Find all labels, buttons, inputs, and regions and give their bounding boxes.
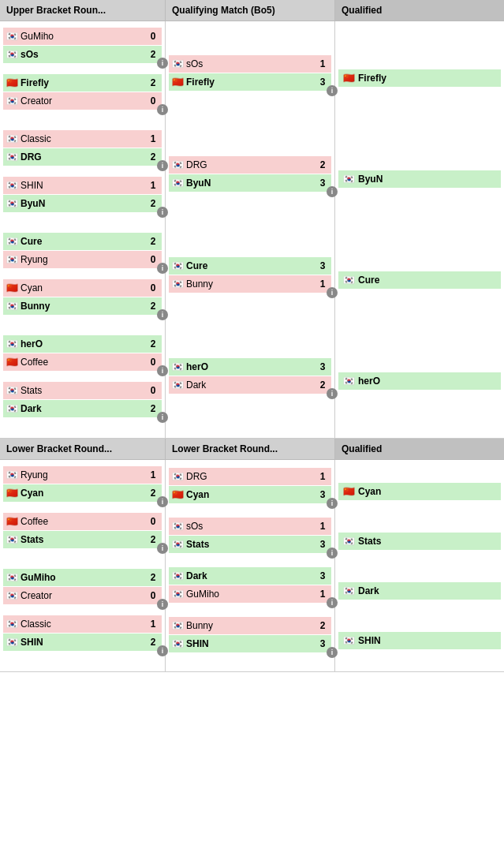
info-icon[interactable]: i — [157, 645, 168, 656]
player-score: 1 — [317, 589, 328, 600]
info-icon[interactable]: i — [157, 309, 168, 320]
player-name: Cyan — [21, 488, 145, 499]
info-icon[interactable]: i — [157, 160, 168, 171]
match-pair: 🇰🇷sOs1🇰🇷Stats3i — [169, 518, 331, 553]
info-icon[interactable]: i — [327, 186, 338, 197]
section-header-2: Qualified — [335, 0, 504, 21]
qualified-name: Firefly — [358, 73, 386, 84]
player-name: ByuN — [21, 198, 145, 209]
player-score: 3 — [317, 361, 328, 372]
player-score: 2 — [147, 488, 159, 499]
match-pair: 🇰🇷GuMiho0🇰🇷sOs2i — [3, 28, 162, 63]
info-icon[interactable]: i — [327, 498, 338, 509]
info-icon[interactable]: i — [327, 85, 338, 96]
player-name: Coffee — [21, 357, 145, 368]
player-score: 3 — [317, 570, 328, 581]
col2: 🇰🇷DRG1🇨🇳Cyan3i🇰🇷sOs1🇰🇷Stats3i🇰🇷Dark3🇰🇷Gu… — [166, 460, 335, 671]
match-pair: 🇰🇷Cure2🇰🇷Ryung0i — [3, 233, 162, 268]
section-header-0: Upper Bracket Roun... — [0, 0, 166, 21]
match-pair: 🇨🇳Coffee0🇰🇷Stats2i — [3, 513, 162, 548]
player-score: 3 — [317, 638, 328, 649]
qualified-player: 🇨🇳Firefly — [338, 69, 501, 87]
upper-bracket-section: Upper Bracket Roun...Qualifying Match (B… — [0, 0, 504, 439]
kr-flag: 🇰🇷 — [6, 255, 18, 264]
kr-flag: 🇰🇷 — [6, 301, 18, 311]
kr-flag: 🇰🇷 — [172, 380, 184, 390]
player-name: Dark — [186, 570, 315, 581]
kr-flag: 🇰🇷 — [172, 178, 184, 188]
info-icon[interactable]: i — [157, 543, 168, 554]
player-score: 2 — [317, 159, 328, 170]
info-icon[interactable]: i — [157, 263, 168, 274]
info-icon[interactable]: i — [157, 599, 168, 610]
kr-flag: 🇰🇷 — [6, 152, 18, 162]
player-score: 1 — [317, 471, 328, 482]
player-name: SHIN — [21, 637, 145, 648]
player-name: Classic — [21, 619, 145, 630]
kr-flag: 🇰🇷 — [172, 621, 184, 630]
qualified-player: 🇰🇷Dark — [338, 582, 501, 600]
col1-group: 🇰🇷Classic1🇰🇷SHIN2i — [3, 615, 162, 656]
player-name: Dark — [186, 379, 315, 391]
player-name: Firefly — [186, 77, 315, 88]
player-row: 🇰🇷Bunny2 — [3, 297, 162, 315]
info-icon[interactable]: i — [157, 207, 168, 218]
cn-flag: 🇨🇳 — [172, 490, 184, 499]
info-icon[interactable]: i — [327, 647, 338, 658]
match-pair: 🇨🇳Cyan0🇰🇷Bunny2i — [3, 279, 162, 315]
player-score: 2 — [147, 301, 159, 312]
kr-flag: 🇰🇷 — [6, 535, 18, 544]
player-row: 🇰🇷DRG1 — [169, 468, 331, 485]
kr-flag: 🇰🇷 — [343, 586, 355, 596]
player-score: 1 — [317, 521, 328, 532]
player-score: 3 — [317, 178, 328, 189]
kr-flag: 🇰🇷 — [6, 199, 18, 208]
player-score: 0 — [147, 516, 159, 527]
match-pair: 🇰🇷Cure3🇰🇷Bunny1i — [169, 257, 331, 293]
player-name: herO — [21, 338, 145, 349]
kr-flag: 🇰🇷 — [172, 59, 184, 69]
col1: 🇰🇷GuMiho0🇰🇷sOs2i🇨🇳Firefly2🇰🇷Creator0i🇰🇷C… — [0, 21, 166, 438]
player-name: sOs — [186, 521, 315, 532]
info-icon[interactable]: i — [157, 104, 168, 115]
kr-flag: 🇰🇷 — [6, 96, 18, 106]
kr-flag: 🇰🇷 — [343, 636, 355, 645]
info-icon[interactable]: i — [327, 388, 338, 399]
player-row: 🇰🇷Creator0 — [3, 587, 162, 604]
info-icon[interactable]: i — [157, 412, 168, 423]
col2-match: 🇰🇷DRG1🇨🇳Cyan3i — [169, 468, 331, 508]
player-score: 2 — [147, 198, 159, 209]
kr-flag: 🇰🇷 — [172, 589, 184, 599]
kr-flag: 🇰🇷 — [6, 404, 18, 413]
kr-flag: 🇰🇷 — [172, 540, 184, 549]
cn-flag: 🇨🇳 — [343, 73, 355, 83]
match-pair: 🇰🇷DRG1🇨🇳Cyan3i — [169, 468, 331, 503]
player-score: 2 — [147, 49, 159, 60]
cn-flag: 🇨🇳 — [6, 283, 18, 293]
section-body: 🇰🇷Ryung1🇨🇳Cyan2i🇨🇳Coffee0🇰🇷Stats2i🇰🇷GuMi… — [0, 460, 504, 671]
kr-flag: 🇰🇷 — [343, 376, 355, 386]
player-row: 🇰🇷Creator0 — [3, 92, 162, 110]
player-score: 0 — [147, 385, 159, 396]
kr-flag: 🇰🇷 — [172, 160, 184, 170]
kr-flag: 🇰🇷 — [6, 591, 18, 600]
player-row: 🇰🇷Cure3 — [169, 257, 331, 275]
info-icon[interactable]: i — [157, 365, 168, 376]
kr-flag: 🇰🇷 — [6, 470, 18, 480]
section-headers: Upper Bracket Roun...Qualifying Match (B… — [0, 0, 504, 21]
col1-group: 🇰🇷GuMiho2🇰🇷Creator0i — [3, 569, 162, 609]
info-icon[interactable]: i — [327, 287, 338, 298]
player-name: Classic — [21, 133, 145, 144]
player-score: 2 — [147, 403, 159, 414]
player-row: 🇰🇷SHIN1 — [3, 177, 162, 194]
player-name: Bunny — [21, 301, 145, 312]
info-icon[interactable]: i — [327, 548, 338, 559]
player-name: DRG — [21, 151, 145, 163]
info-icon[interactable]: i — [157, 496, 168, 507]
info-icon[interactable]: i — [157, 58, 168, 69]
player-score: 1 — [147, 180, 159, 191]
info-icon[interactable]: i — [327, 597, 338, 608]
player-row: 🇰🇷SHIN3 — [169, 635, 331, 652]
player-score: 0 — [147, 254, 159, 265]
player-row: 🇰🇷ByuN2 — [3, 195, 162, 212]
